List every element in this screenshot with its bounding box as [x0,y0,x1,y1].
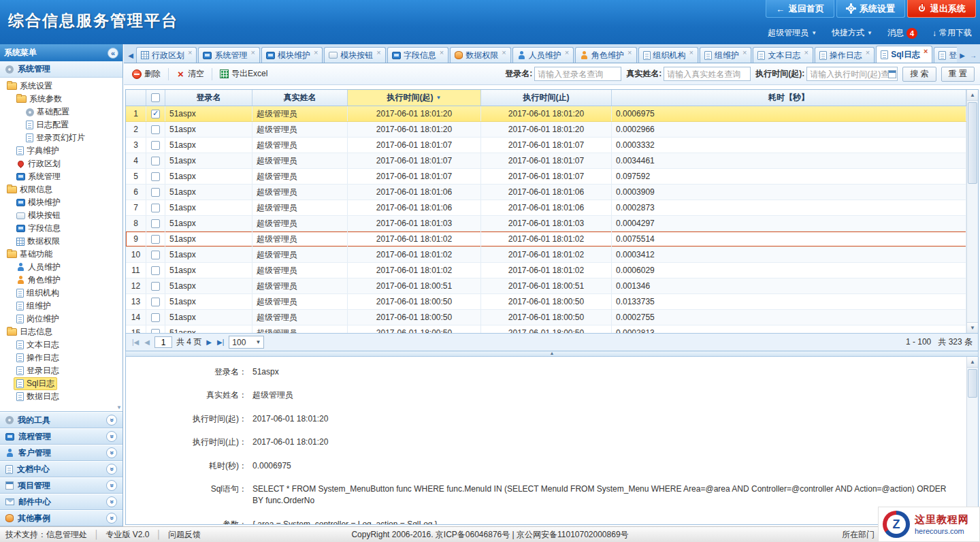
tab-close-icon[interactable]: × [742,49,747,57]
tab-close-icon[interactable]: × [565,49,569,57]
last-page-icon[interactable]: ▶| [216,338,225,346]
settings-button[interactable]: 系统设置 [836,0,905,18]
row-checkbox[interactable] [151,235,160,244]
table-row[interactable]: 251aspx超级管理员2017-06-01 18:01:202017-06-0… [126,122,966,138]
row-checkbox[interactable] [151,313,160,322]
tree-item-16[interactable]: 组织机构 [0,287,122,300]
row-checkbox[interactable] [151,110,160,118]
export-excel-button[interactable]: 导出Excel [217,67,270,81]
page-input[interactable] [154,336,172,348]
expand-icon[interactable]: » [106,415,117,426]
accordion-item-0[interactable]: 我的工具» [0,412,122,428]
tree-item-6[interactable]: 行政区划 [0,157,122,170]
table-row[interactable]: 451aspx超级管理员2017-06-01 18:01:072017-06-0… [126,153,966,169]
tree-item-15[interactable]: 角色维护 [0,274,122,287]
detail-scrollbar[interactable]: ▲ ▼ [966,357,978,524]
table-row[interactable]: 1451aspx超级管理员2017-06-01 18:00:502017-06-… [126,310,966,325]
tree-item-21[interactable]: 操作日志 [0,351,122,364]
table-row[interactable]: 551aspx超级管理员2017-06-01 18:01:072017-06-0… [126,169,966,185]
tree-item-17[interactable]: 组维护 [0,300,122,313]
tree-item-19[interactable]: 日志信息 [0,325,122,338]
table-row[interactable]: 651aspx超级管理员2017-06-01 18:01:062017-06-0… [126,185,966,200]
tab-13[interactable]: 登录日志× [934,47,957,63]
tab-close-icon[interactable]: × [689,49,693,57]
tab-4[interactable]: 字段信息× [387,47,448,63]
table-row[interactable]: 1151aspx超级管理员2017-06-01 18:01:022017-06-… [126,263,966,278]
messages-link[interactable]: 消息 4 [887,27,917,39]
exit-button[interactable]: 退出系统 [907,0,976,18]
expand-icon[interactable]: » [106,480,117,491]
scrollbar-thumb[interactable] [968,102,977,184]
tab-3[interactable]: 模块按钮× [324,47,385,63]
accordion-item-1[interactable]: 流程管理» [0,428,122,445]
table-row[interactable]: 351aspx超级管理员2017-06-01 18:01:072017-06-0… [126,138,966,153]
tab-0[interactable]: 行政区划× [136,47,197,63]
clear-button[interactable]: × 清空 [174,67,207,81]
table-row[interactable]: 1551aspx超级管理员2017-06-01 18:00:502017-06-… [126,325,966,333]
table-row[interactable]: 1051aspx超级管理员2017-06-01 18:01:022017-06-… [126,247,966,263]
table-row[interactable]: 751aspx超级管理员2017-06-01 18:01:062017-06-0… [126,200,966,216]
tab-10[interactable]: 文本日志× [753,47,813,63]
calendar-icon[interactable] [888,70,896,78]
tab-7[interactable]: 角色维护× [575,47,636,63]
tree-item-7[interactable]: 系统管理 [0,170,122,183]
tab-12[interactable]: Sql日志× [876,46,932,63]
collapse-sidebar-icon[interactable]: « [108,48,118,59]
tree-item-8[interactable]: 权限信息 [0,183,122,196]
accordion-item-4[interactable]: 项目管理» [0,477,122,494]
tab-9[interactable]: 组维护× [700,47,751,63]
filter-input-2[interactable] [806,67,898,81]
expand-icon[interactable]: » [106,447,117,458]
filter-input-0[interactable] [534,67,621,81]
tab-close-icon[interactable]: × [376,49,380,57]
tab-close-icon[interactable]: × [314,49,318,57]
accordion-item-3[interactable]: 文档中心» [0,461,122,477]
row-checkbox[interactable] [151,251,160,259]
row-checkbox[interactable] [151,329,160,334]
tab-8[interactable]: 组织机构× [638,47,698,63]
column-header-2[interactable]: 真实姓名 [252,90,348,106]
tree-item-20[interactable]: 文本日志 [0,338,122,351]
table-row[interactable]: 151aspx超级管理员2017-06-01 18:01:202017-06-0… [126,106,966,122]
table-row[interactable]: 1251aspx超级管理员2017-06-01 18:00:512017-06-… [126,278,966,294]
row-checkbox[interactable] [151,188,160,197]
expand-icon[interactable]: » [106,496,117,507]
tab-5[interactable]: 数据权限× [450,47,510,63]
tab-close-icon[interactable]: × [804,49,808,57]
column-header-3[interactable]: 执行时间(起)▼ [348,90,481,106]
table-row[interactable]: 851aspx超级管理员2017-06-01 18:01:032017-06-0… [126,216,966,232]
tree-item-10[interactable]: 模块按钮 [0,209,122,222]
page-size-select[interactable]: 100 ▼ [229,336,264,349]
tab-close-icon[interactable]: × [440,49,444,57]
row-checkbox[interactable] [151,204,160,212]
accordion-item-2[interactable]: 客户管理» [0,445,122,461]
table-row[interactable]: 951aspx超级管理员2017-06-01 18:01:022017-06-0… [126,232,966,247]
delete-button[interactable]: 删除 [129,67,163,81]
first-page-icon[interactable]: |◀ [131,338,140,346]
tree-item-4[interactable]: 登录页幻灯片 [0,131,122,144]
column-header-5[interactable]: 耗时【秒】 [612,90,966,106]
tab-6[interactable]: 人员维护× [512,47,574,63]
tree-item-9[interactable]: 模块维护 [0,196,122,209]
tab-close-icon[interactable]: × [627,49,632,57]
prev-page-icon[interactable]: ◀ [144,338,150,346]
tab-overflow-icon[interactable]: → [968,49,979,63]
panel-splitter[interactable]: ▲ [125,351,979,357]
tab-11[interactable]: 操作日志× [815,47,875,63]
tree-item-2[interactable]: 基础配置 [0,106,122,118]
expand-icon[interactable]: » [106,464,117,475]
user-menu[interactable]: 超级管理员 ▼ [768,27,817,39]
row-checkbox[interactable] [151,125,160,134]
expand-icon[interactable]: » [106,513,117,524]
scroll-down-icon[interactable]: ▼ [967,322,978,333]
tree-item-1[interactable]: 系统参数 [0,93,122,106]
tree-item-14[interactable]: 人员维护 [0,261,122,274]
row-checkbox[interactable] [151,282,160,291]
scroll-up-icon[interactable]: ▲ [967,357,978,368]
tab-scroll-left-icon[interactable]: ◀ [125,49,136,63]
next-page-icon[interactable]: ▶ [206,338,212,346]
scroll-up-icon[interactable]: ▲ [967,90,978,101]
download-link[interactable]: ↓ 常用下载 [932,27,972,39]
row-checkbox[interactable] [151,219,160,228]
tree-item-5[interactable]: 字典维护 [0,144,122,157]
